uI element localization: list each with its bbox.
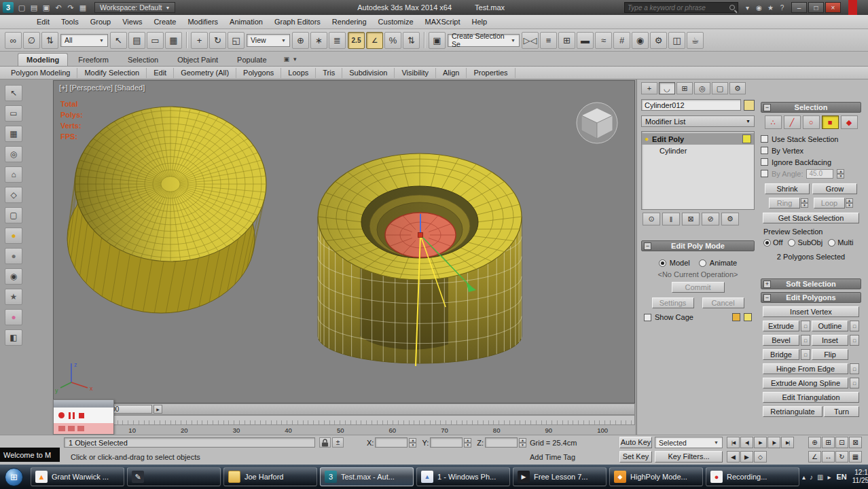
collapse-icon[interactable]: −	[763, 294, 771, 302]
unlink-selection-icon[interactable]: ∅	[23, 32, 40, 49]
sign-in-icon[interactable]: ▾	[742, 4, 753, 12]
menu-item[interactable]: Help	[467, 16, 493, 27]
edit-named-selection-sets-icon[interactable]: ▣	[429, 32, 446, 49]
go-to-start-icon[interactable]: |◀	[727, 437, 740, 448]
rollout-edit-polygons[interactable]: −Edit Polygons	[761, 292, 861, 303]
extrude-along-spline-button[interactable]: Extrude Along Spline	[763, 378, 848, 388]
outline-settings-button[interactable]: □	[850, 321, 859, 331]
go-to-end-icon[interactable]: ▶|	[781, 437, 794, 448]
next-frame-icon[interactable]: |▶	[767, 437, 780, 448]
named-selection-set-dropdown[interactable]: Create Selection Se▼	[448, 34, 520, 47]
polygon-mode-icon[interactable]: ■	[822, 115, 839, 129]
reference-coordinate-dropdown[interactable]: View▼	[247, 34, 290, 47]
ribbon-tab[interactable]: Populate	[228, 53, 275, 66]
next-frame-arrow-icon[interactable]: ▶	[153, 405, 162, 414]
cancel-button[interactable]: Cancel	[702, 297, 744, 308]
bind-to-space-warp-icon[interactable]: ⇅	[41, 32, 58, 49]
rendered-frame-window-icon[interactable]: ◫	[668, 32, 685, 49]
key-filters-button[interactable]: Key Filters...	[655, 451, 723, 463]
z-coordinate-field[interactable]	[485, 437, 518, 448]
by-angle-row[interactable]: By Angle: 45.0 ▲▼	[761, 168, 861, 179]
circle-tool-icon[interactable]: ◎	[5, 146, 22, 162]
model-radio[interactable]	[659, 259, 666, 267]
taskbar-item[interactable]: Recording...	[706, 467, 799, 486]
sun-light-icon[interactable]: ●	[5, 228, 22, 244]
expand-icon[interactable]: +	[763, 280, 771, 288]
inset-settings-button[interactable]: □	[850, 335, 859, 346]
auto-key-button[interactable]: Auto Key	[619, 437, 652, 448]
bridge-button[interactable]: Bridge	[763, 349, 799, 360]
key-mode-dropdown[interactable]: Selected▼	[655, 437, 723, 448]
utilities-tab-icon[interactable]: ⚙	[729, 82, 746, 94]
set-key-button[interactable]: Set Key	[619, 451, 652, 463]
modify-tab-icon[interactable]: ◡	[659, 82, 675, 94]
shrink-button[interactable]: Shrink	[765, 183, 810, 194]
flip-button[interactable]: Flip	[812, 349, 848, 360]
inset-button[interactable]: Inset	[812, 335, 848, 346]
radio-icon[interactable]	[763, 239, 771, 247]
target-icon[interactable]: ◉	[5, 268, 22, 285]
motion-tab-icon[interactable]: ◎	[694, 82, 710, 94]
zoom-icon[interactable]: ⊕	[808, 437, 821, 448]
previous-key-icon[interactable]: ◀	[727, 451, 740, 463]
taskbar-item[interactable]	[127, 467, 221, 486]
render-production-icon[interactable]: ☕	[687, 32, 704, 49]
show-end-result-icon[interactable]: ‖	[662, 213, 680, 225]
select-and-link-icon[interactable]: ∞	[5, 32, 22, 49]
insert-vertex-button[interactable]: Insert Vertex	[763, 306, 859, 317]
maximize-button[interactable]: □	[808, 2, 824, 13]
select-and-manipulate-icon[interactable]: ∗	[310, 32, 327, 49]
next-key-icon[interactable]: ▶	[740, 451, 753, 463]
use-stack-selection-checkbox[interactable]: Use Stack Selection	[761, 133, 861, 145]
use-pivot-point-center-icon[interactable]: ⊕	[292, 32, 309, 49]
network-icon[interactable]: ▥	[817, 473, 823, 481]
taskbar-item[interactable]: HighPoly Mode...	[609, 467, 703, 486]
undo-icon[interactable]: ↶	[52, 2, 65, 13]
layer-manager-icon[interactable]: ⊞	[558, 32, 575, 49]
perspective-viewport[interactable]: [+] [Perspective] [Shaded] TotalPolys:Ve…	[53, 80, 635, 403]
collapse-icon[interactable]: −	[644, 242, 651, 250]
zoom-extents-icon[interactable]: ⊡	[835, 437, 848, 448]
search-icon[interactable]	[729, 5, 735, 10]
ribbon-tab[interactable]: Selection	[119, 53, 167, 66]
ribbon-tab[interactable]: Object Paint	[168, 53, 227, 66]
favorites-icon[interactable]: ★	[765, 4, 776, 12]
menu-item[interactable]: MAXScript	[420, 16, 466, 27]
zoom-all-icon[interactable]: ⊞	[822, 437, 835, 448]
language-indicator[interactable]: EN	[837, 473, 847, 481]
save-file-icon[interactable]: ▣	[40, 2, 52, 13]
select-and-rotate-icon[interactable]: ↻	[209, 32, 226, 49]
select-by-name-icon[interactable]: ▤	[128, 32, 145, 49]
keyboard-shortcut-override-icon[interactable]: ≣	[329, 32, 346, 49]
ribbon-panel-button[interactable]: Edit	[147, 68, 174, 78]
ribbon-panel-button[interactable]: Tris	[316, 68, 342, 78]
menu-item[interactable]: Group	[85, 16, 117, 27]
app-logo-icon[interactable]: 3	[3, 2, 14, 13]
hinge-from-edge-settings-button[interactable]: □	[850, 363, 859, 374]
turn-button[interactable]: Turn	[824, 406, 859, 417]
search-input[interactable]	[628, 4, 727, 12]
make-unique-icon[interactable]: ⊠	[682, 213, 700, 225]
record-button[interactable]	[58, 412, 65, 418]
menu-item[interactable]: Create	[148, 16, 181, 27]
ribbon-panel-button[interactable]: Visibility	[395, 68, 436, 78]
ring-button[interactable]: Ring	[769, 198, 800, 209]
curve-editor-icon[interactable]: ≈	[595, 32, 612, 49]
loop-spinner[interactable]: ▲▼	[846, 198, 853, 208]
taskbar-item[interactable]: Free Lesson 7...	[513, 467, 607, 486]
ribbon-panel-button[interactable]: Polygons	[236, 68, 281, 78]
y-spinner[interactable]: ▲▼	[464, 438, 471, 448]
menu-item[interactable]: Views	[117, 16, 147, 27]
taskbar-item[interactable]: Grant Warwick ...	[31, 467, 124, 486]
render-setup-icon[interactable]: ⚙	[650, 32, 667, 49]
stack-item-cylinder[interactable]: Cylinder	[642, 145, 754, 156]
play-icon[interactable]: ▶	[754, 437, 767, 448]
sphere-icon[interactable]: ●	[5, 248, 22, 264]
checkbox-icon[interactable]	[761, 135, 768, 143]
menu-item[interactable]: Graph Editors	[269, 16, 326, 27]
recorder-titlebar[interactable]	[54, 400, 113, 408]
extrude-button[interactable]: Extrude	[763, 321, 799, 331]
time-slider[interactable]: ◀ 0 / 100 ▶	[53, 403, 635, 415]
x-coordinate-field[interactable]	[375, 437, 408, 448]
search-box[interactable]	[624, 2, 738, 13]
